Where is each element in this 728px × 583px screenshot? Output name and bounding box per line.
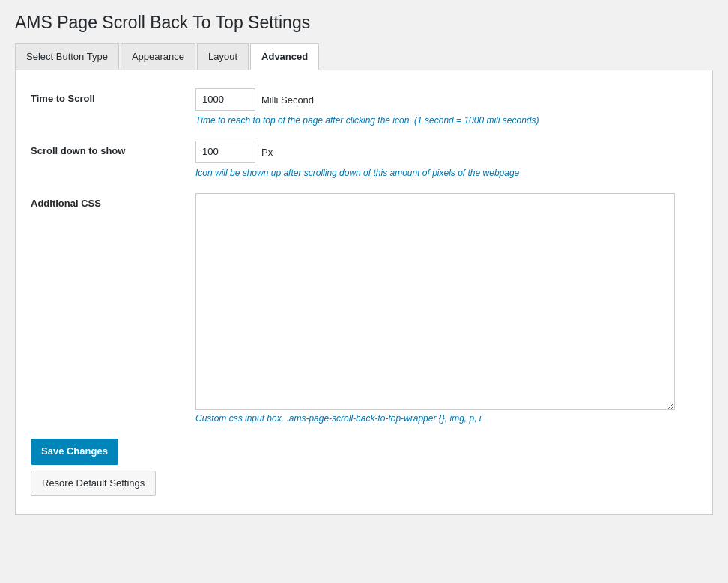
scroll-down-to-show-input-group: Px bbox=[195, 141, 697, 163]
restore-default-settings-button[interactable]: Resore Default Settings bbox=[31, 471, 156, 496]
time-to-scroll-unit: Milli Second bbox=[261, 94, 314, 106]
time-to-scroll-input-group: Milli Second bbox=[195, 88, 697, 111]
additional-css-field: Custom css input box. .ams-page-scroll-b… bbox=[195, 193, 697, 424]
form-row-additional-css: Additional CSS Custom css input box. .am… bbox=[31, 193, 697, 424]
form-row-time-to-scroll: Time to Scroll Milli Second Time to reac… bbox=[31, 88, 697, 126]
tab-layout[interactable]: Layout bbox=[197, 43, 249, 70]
scroll-down-to-show-help: Icon will be shown up after scrolling do… bbox=[195, 168, 697, 178]
tab-appearance[interactable]: Appearance bbox=[121, 43, 195, 70]
scroll-down-to-show-input[interactable] bbox=[195, 141, 255, 163]
tab-content-advanced: Time to Scroll Milli Second Time to reac… bbox=[15, 70, 713, 515]
scroll-down-to-show-label: Scroll down to show bbox=[31, 141, 195, 156]
additional-css-textarea[interactable] bbox=[195, 193, 675, 410]
time-to-scroll-field: Milli Second Time to reach to top of the… bbox=[195, 88, 697, 126]
buttons-section: Save Changes Resore Default Settings bbox=[31, 439, 697, 495]
additional-css-label: Additional CSS bbox=[31, 193, 195, 209]
time-to-scroll-input[interactable] bbox=[195, 88, 255, 111]
page-title: AMS Page Scroll Back To Top Settings bbox=[15, 12, 713, 34]
time-to-scroll-label: Time to Scroll bbox=[31, 88, 195, 104]
additional-css-help: Custom css input box. .ams-page-scroll-b… bbox=[195, 413, 697, 424]
tab-select-button-type[interactable]: Select Button Type bbox=[15, 43, 119, 70]
form-row-scroll-down-to-show: Scroll down to show Px Icon will be show… bbox=[31, 141, 697, 178]
scroll-down-to-show-field: Px Icon will be shown up after scrolling… bbox=[195, 141, 697, 178]
time-to-scroll-help: Time to reach to top of the page after c… bbox=[195, 115, 697, 126]
tabs-navigation: Select Button Type Appearance Layout Adv… bbox=[15, 43, 713, 70]
tab-advanced[interactable]: Advanced bbox=[250, 43, 319, 70]
scroll-down-to-show-unit: Px bbox=[261, 147, 273, 158]
save-changes-button[interactable]: Save Changes bbox=[31, 439, 118, 464]
